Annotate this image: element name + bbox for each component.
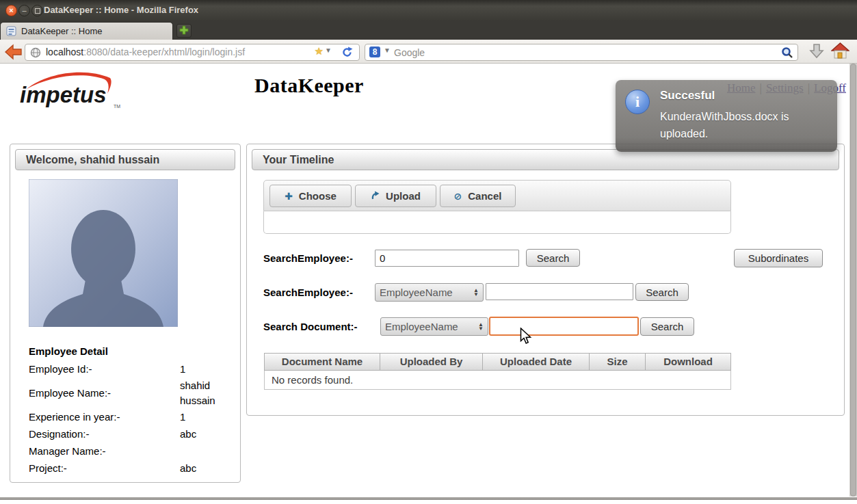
upload-button[interactable]: Upload [355,185,436,207]
tab-datakeeper[interactable]: DataKeeper :: Home [0,22,173,40]
detail-value: abc [180,461,230,476]
search-employee-id-input[interactable] [375,250,519,267]
window-titlebar[interactable]: × – DataKeeper :: Home - Mozilla Firefox [0,0,857,21]
cancel-label: Cancel [468,190,501,202]
logo-tm: TM [114,104,120,109]
documents-table-header: Document Name Uploaded By Uploaded Date … [264,353,731,371]
vertical-scrollbar[interactable] [849,64,857,496]
plus-icon [179,25,189,36]
plus-icon: ✚ [285,191,293,201]
upload-label: Upload [386,190,421,202]
growl-notification[interactable]: i Succesful KunderaWithJboss.docx is upl… [616,80,837,152]
detail-label: Designation:- [29,426,180,442]
window-bottom-border [0,497,857,500]
subordinates-button[interactable]: Subordinates [734,249,823,267]
search-employee-name-input[interactable] [486,283,633,300]
employee-search-field-select[interactable]: EmployeeName ▲▼ [375,283,484,302]
search-document-input[interactable] [489,317,639,336]
choose-file-button[interactable]: ✚ Choose [269,185,352,207]
column-header-uploaded-by[interactable]: Uploaded By [380,353,483,371]
window-close-button[interactable]: × [5,5,17,16]
search-input[interactable] [393,45,765,60]
detail-row: Manager Name:- [29,443,230,460]
reload-icon[interactable] [341,46,354,62]
window-maximize-button[interactable] [31,5,43,16]
select-spinner-icon: ▲▼ [473,289,479,297]
search-bar[interactable]: 8 ▼ [365,44,798,61]
google-engine-icon[interactable]: 8 [369,47,380,57]
timeline-panel-header: Your Timeline [252,149,839,170]
detail-row: Experience in year:-1 [29,409,230,425]
employee-avatar [29,179,178,327]
column-header-size[interactable]: Size [590,353,646,371]
globe-icon [30,47,41,61]
search-employee-id-label: SearchEmployee:- [263,252,353,265]
selected-option: EmployeeName [380,287,468,298]
browser-home-icon[interactable] [831,42,849,63]
employee-details: Employee Id:-1 Employee Name:-shahid hus… [29,361,230,477]
search-employee-name-button[interactable]: Search [635,283,689,301]
firefox-window: × – DataKeeper :: Home - Mozilla Firefox… [0,0,857,504]
url-text[interactable]: localhost:8080/data-keeper/xhtml/login/l… [46,44,245,60]
url-host: localhost [46,47,83,57]
column-header-download[interactable]: Download [646,353,731,371]
search-document-label: Search Document:- [263,320,358,334]
cancel-upload-button[interactable]: ⊘ Cancel [440,185,516,207]
upload-arrow-icon [371,191,380,201]
detail-label: Employee Id:- [29,361,180,377]
column-header-document-name[interactable]: Document Name [264,353,380,371]
table-empty-message: No records found. [264,371,731,390]
tab-bar: DataKeeper :: Home [0,21,857,40]
welcome-panel-header: Welcome, shahid hussain [15,149,235,170]
file-upload-content [263,211,731,234]
file-upload-toolbar: ✚ Choose Upload ⊘ Cancel [263,180,731,211]
search-document-button[interactable]: Search [640,317,694,336]
window-minimize-button[interactable]: – [18,5,30,16]
detail-value: shahid hussain [180,378,230,408]
new-tab-button[interactable] [176,24,192,38]
detail-value: 1 [180,362,230,377]
choose-label: Choose [299,190,337,202]
downloads-icon[interactable] [808,42,826,63]
column-header-uploaded-date[interactable]: Uploaded Date [483,353,590,371]
scrollbar-thumb[interactable] [850,64,856,496]
detail-value: 1 [180,410,230,425]
search-go-icon[interactable] [781,47,793,62]
mouse-cursor [520,328,533,347]
toast-message: KunderaWithJboss.docx is uploaded. [660,108,828,142]
selected-option: EmployeeName [385,321,473,332]
detail-row: Employee Name:-shahid hussain [29,378,230,408]
page-title: DataKeeper [254,74,364,97]
search-employee-name-label: SearchEmployee:- [263,286,353,300]
documents-table: Document Name Uploaded By Uploaded Date … [264,353,731,390]
detail-row: Employee Id:-1 [29,361,230,377]
search-employee-id-button[interactable]: Search [526,249,580,267]
cancel-icon: ⊘ [454,191,462,201]
detail-value: abc [180,427,230,442]
back-button[interactable] [4,43,23,61]
detail-label: Project:- [29,460,180,477]
tab-favicon [6,26,17,40]
maximize-icon [35,8,40,14]
search-engine-dropdown-icon[interactable]: ▼ [384,47,391,54]
detail-row: Designation:-abc [29,426,230,442]
back-arrow-icon [4,43,23,61]
detail-label: Manager Name:- [29,443,180,460]
select-spinner-icon: ▲▼ [478,323,484,331]
toast-title: Succesful [660,89,715,103]
employee-detail-title: Employee Detail [29,345,108,357]
document-search-field-select[interactable]: EmployeeName ▲▼ [380,317,488,336]
logo-text: impetus [20,82,107,107]
detail-label: Experience in year:- [29,409,180,425]
detail-label: Employee Name:- [29,385,180,401]
tab-title: DataKeeper :: Home [21,23,103,40]
info-icon: i [625,90,650,114]
url-path: :8080/data-keeper/xhtml/login/login.jsf [83,47,245,57]
bookmark-dropdown-icon[interactable]: ▼ [325,47,332,54]
url-bar[interactable]: localhost:8080/data-keeper/xhtml/login/l… [25,44,360,61]
window-title: DataKeeper :: Home - Mozilla Firefox [44,0,198,21]
detail-row: Project:-abc [29,460,230,477]
bookmark-star-icon[interactable]: ★ [315,45,324,57]
impetus-logo: impetus TM [17,68,123,112]
